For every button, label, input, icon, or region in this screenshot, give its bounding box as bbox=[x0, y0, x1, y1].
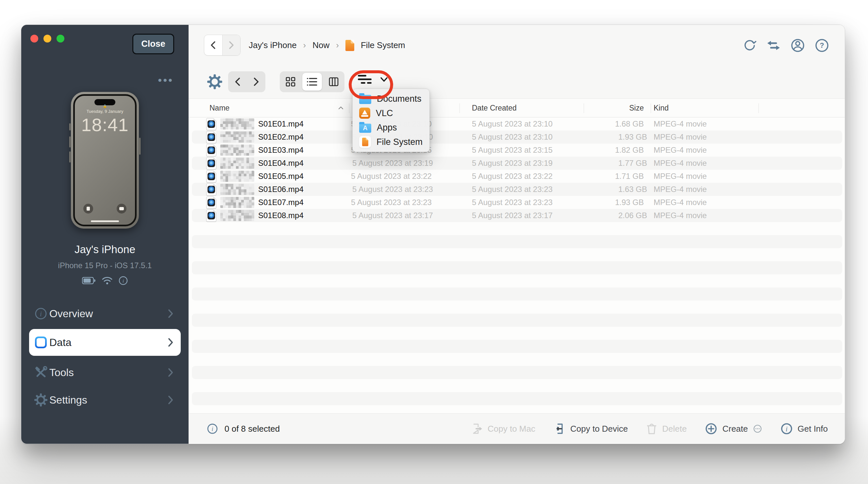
video-file-icon bbox=[206, 118, 216, 130]
column-divider[interactable] bbox=[584, 103, 584, 113]
list-view-button[interactable] bbox=[301, 71, 323, 92]
minimize-window-traffic-light[interactable] bbox=[43, 35, 51, 42]
account-icon[interactable] bbox=[790, 38, 805, 53]
video-file-icon bbox=[206, 157, 216, 169]
breadcrumb: Jay's iPhone › Now › File System bbox=[249, 25, 405, 66]
zoom-window-traffic-light[interactable] bbox=[57, 35, 64, 42]
column-view-button[interactable] bbox=[323, 71, 344, 92]
desktop: { "colors": { "accent_icon": "#5c7b95", … bbox=[0, 0, 868, 484]
phone-mute-switch bbox=[69, 123, 70, 131]
kind-cell: MPEG-4 movie bbox=[652, 159, 762, 168]
size-cell: 1.68 GB bbox=[585, 119, 649, 129]
orange-document-icon bbox=[345, 40, 354, 51]
table-row[interactable]: S01E06.mp45 August 2023 at 23:235 August… bbox=[192, 183, 842, 196]
table-row[interactable]: S01E01.mp45 August 2023 at 23:105 August… bbox=[189, 117, 845, 131]
sidebar-item-tools[interactable]: Tools bbox=[29, 362, 181, 383]
app-window: Close ••• 🔒 Tuesday, 9 January 18:41 Jay… bbox=[21, 25, 845, 444]
size-cell: 1.77 GB bbox=[589, 159, 652, 168]
sidebar-item-settings[interactable]: Settings bbox=[29, 389, 181, 411]
redacted-thumbnail bbox=[220, 184, 254, 195]
info-circle-icon[interactable]: i bbox=[119, 276, 128, 285]
svg-text:i: i bbox=[212, 426, 213, 432]
date-created-cell: 5 August 2023 at 23:22 bbox=[460, 172, 585, 181]
device-info: iPhone 15 Pro - iOS 17.5.1 bbox=[21, 261, 189, 270]
grid-view-button[interactable] bbox=[280, 71, 301, 92]
column-header-name[interactable]: Name bbox=[189, 104, 349, 113]
file-system-icon bbox=[359, 136, 371, 148]
video-file-icon bbox=[206, 170, 216, 182]
table-row-empty bbox=[189, 248, 845, 261]
table-row[interactable]: S01E05.mp45 August 2023 at 23:225 August… bbox=[189, 170, 845, 183]
back-button[interactable] bbox=[204, 35, 222, 55]
phone-date: Tuesday, 9 January bbox=[75, 109, 135, 114]
create-button[interactable]: Create bbox=[705, 423, 762, 435]
size-cell: 1.63 GB bbox=[589, 185, 652, 194]
column-divider[interactable] bbox=[460, 103, 460, 113]
device-name: Jay's iPhone bbox=[21, 243, 189, 256]
breadcrumb-file-system[interactable]: File System bbox=[361, 40, 405, 50]
transfer-icon[interactable] bbox=[766, 39, 781, 51]
file-name: S01E04.mp4 bbox=[258, 159, 304, 168]
forward-button[interactable] bbox=[222, 35, 241, 55]
file-name: S01E08.mp4 bbox=[258, 211, 304, 220]
sidebar-item-data[interactable]: Data bbox=[29, 329, 181, 356]
table-row-empty bbox=[189, 405, 845, 414]
kind-cell: MPEG-4 movie bbox=[649, 119, 758, 129]
sidebar-item-overview[interactable]: i Overview bbox=[29, 303, 181, 324]
column-header-kind[interactable]: Kind bbox=[649, 104, 758, 113]
table-rows: S01E01.mp45 August 2023 at 23:105 August… bbox=[189, 117, 845, 414]
get-info-button[interactable]: i Get Info bbox=[780, 423, 828, 435]
menu-item-documents[interactable]: Documents bbox=[352, 91, 429, 106]
copy-to-device-button[interactable]: Copy to Device bbox=[554, 423, 628, 435]
kind-cell: MPEG-4 movie bbox=[652, 133, 762, 142]
status-actions: Copy to Mac Copy to Device Delete Create… bbox=[471, 423, 845, 435]
kind-cell: MPEG-4 movie bbox=[652, 211, 762, 220]
sidebar-nav: i Overview Data Tools bbox=[29, 303, 181, 417]
breadcrumb-device[interactable]: Jay's iPhone bbox=[249, 40, 297, 50]
date-created-cell: 5 August 2023 at 23:17 bbox=[463, 211, 589, 220]
svg-text:?: ? bbox=[819, 41, 824, 49]
header-actions: ? bbox=[743, 25, 829, 66]
date-created-cell: 5 August 2023 at 23:23 bbox=[460, 198, 585, 207]
column-divider[interactable] bbox=[349, 103, 349, 113]
file-name: S01E03.mp4 bbox=[258, 145, 304, 155]
copy-to-device-icon bbox=[554, 423, 565, 435]
date-modified-cell: 5 August 2023 at 23:19 bbox=[352, 159, 463, 168]
table-row[interactable]: S01E07.mp45 August 2023 at 23:235 August… bbox=[189, 196, 845, 209]
close-window-traffic-light[interactable] bbox=[30, 35, 38, 42]
forward-button[interactable] bbox=[247, 77, 266, 87]
column-divider[interactable] bbox=[651, 103, 651, 113]
table-row[interactable]: S01E08.mp45 August 2023 at 23:175 August… bbox=[192, 209, 842, 222]
table-row-empty bbox=[192, 235, 842, 248]
menu-item-file-system[interactable]: File System bbox=[352, 135, 429, 149]
menu-item-vlc[interactable]: VLC bbox=[352, 106, 429, 120]
table-row[interactable]: S01E03.mp45 August 2023 at 23:155 August… bbox=[189, 144, 845, 156]
close-button[interactable]: Close bbox=[132, 34, 174, 54]
chevron-right-icon bbox=[168, 309, 174, 318]
phone-power-button bbox=[139, 138, 141, 155]
table-row[interactable]: S01E04.mp45 August 2023 at 23:195 August… bbox=[192, 156, 842, 170]
apps-folder-icon: A bbox=[359, 124, 371, 133]
table-row[interactable]: S01E02.mp45 August 2023 at 23:105 August… bbox=[192, 131, 842, 144]
window-controls bbox=[30, 35, 64, 42]
more-ellipsis-icon[interactable] bbox=[753, 424, 762, 433]
column-header-date-created[interactable]: Date Created bbox=[460, 104, 585, 113]
copy-to-mac-button[interactable]: Copy to Mac bbox=[471, 423, 535, 435]
help-icon[interactable]: ? bbox=[815, 38, 829, 53]
delete-button[interactable]: Delete bbox=[646, 423, 687, 435]
back-button[interactable] bbox=[228, 77, 247, 87]
view-settings-gear-icon[interactable] bbox=[207, 74, 222, 90]
breadcrumb-separator: › bbox=[336, 40, 339, 50]
refresh-icon[interactable] bbox=[743, 38, 756, 52]
folder-picker-dropdown[interactable] bbox=[358, 75, 388, 84]
size-cell: 1.71 GB bbox=[585, 172, 649, 181]
date-created-cell: 5 August 2023 at 23:19 bbox=[463, 159, 589, 168]
breadcrumb-snapshot[interactable]: Now bbox=[312, 40, 330, 50]
more-options-icon[interactable]: ••• bbox=[158, 74, 174, 87]
video-file-icon bbox=[206, 144, 216, 156]
menu-item-apps[interactable]: A Apps bbox=[352, 120, 429, 135]
column-divider[interactable] bbox=[758, 103, 759, 113]
phone-volume-up-button bbox=[69, 136, 70, 147]
column-header-size[interactable]: Size bbox=[585, 104, 649, 113]
home-indicator bbox=[91, 221, 119, 222]
